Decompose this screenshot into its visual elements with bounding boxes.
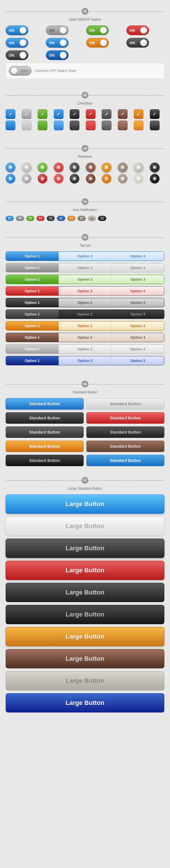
toggle-blue-on-2[interactable]: ON <box>6 38 28 48</box>
checkbox-empty-gray[interactable] <box>22 121 31 130</box>
radio-blue[interactable] <box>6 162 15 172</box>
tab-blue-option3[interactable]: Option 3 <box>112 252 164 260</box>
radio-green[interactable] <box>38 162 47 172</box>
tab-orange-option3[interactable]: Option 3 <box>112 321 164 330</box>
tab-navy-option3[interactable]: Option 3 <box>112 356 164 365</box>
tab-brown-option2[interactable]: Option 2 <box>59 333 111 342</box>
std-button-dark2[interactable]: Standard Button <box>6 427 84 438</box>
radio2-red[interactable] <box>54 174 63 184</box>
checkbox-empty-orange[interactable] <box>134 121 143 130</box>
std-button-darkfull[interactable]: Standard Button <box>6 455 84 466</box>
checkbox-blue[interactable]: ✓ <box>6 109 15 119</box>
tab-dark-option2[interactable]: Option 2 <box>59 298 111 307</box>
tab-dark-option3[interactable]: Option 3 <box>112 298 164 307</box>
radio2-black[interactable] <box>150 174 160 184</box>
checkbox-brown[interactable]: ✓ <box>118 109 128 119</box>
radio-brown[interactable] <box>86 162 95 172</box>
toggle-bluedark-on-1[interactable]: ON <box>46 51 68 60</box>
checkbox-empty-blue2[interactable] <box>54 121 63 130</box>
tab-silver-option3[interactable]: Option 3 <box>112 345 164 353</box>
tab-blue-option1[interactable]: Option 1 <box>6 252 59 260</box>
checkbox-empty-green[interactable] <box>38 121 47 130</box>
tab-gray-option1[interactable]: Option 1 <box>6 264 59 272</box>
radio2-dark[interactable] <box>70 174 79 184</box>
checkbox-green[interactable]: ✓ <box>38 109 47 119</box>
radio2-brown[interactable] <box>86 174 95 184</box>
radio2-orange[interactable] <box>102 174 111 184</box>
tab-red-option1[interactable]: Option 1 <box>6 287 59 296</box>
std-button-bluebig[interactable]: Standard Button <box>86 455 164 466</box>
checkbox-empty-blue[interactable] <box>6 121 15 130</box>
tab-red-option2[interactable]: Option 2 <box>59 287 111 296</box>
tab-silver-option1[interactable]: Option 1 <box>6 345 59 353</box>
std-button-dark[interactable]: Standard Button <box>6 412 84 424</box>
toggle-green-on-1[interactable]: ON <box>86 26 109 35</box>
std-button-orange[interactable]: Standard Button <box>6 441 84 452</box>
large-button-blue[interactable]: Large Button <box>6 494 164 514</box>
checkbox-empty-black[interactable] <box>150 121 160 130</box>
tab-dark-option1[interactable]: Option 1 <box>6 298 59 307</box>
large-button-brown[interactable]: Large Button <box>6 649 164 668</box>
tab-blue-option2[interactable]: Option 2 <box>59 252 111 260</box>
radio2-stone2[interactable] <box>118 174 128 184</box>
tab-gray-option3[interactable]: Option 3 <box>112 264 164 272</box>
std-button-blue[interactable]: Standard Button <box>6 398 84 409</box>
checkbox-empty-dg[interactable] <box>102 121 111 130</box>
radio2-darkred[interactable] <box>38 174 47 184</box>
toggle-dark-on-1[interactable]: ON <box>126 38 149 48</box>
toggle-blue-on-1[interactable]: ON <box>6 26 28 35</box>
checkbox-empty-red[interactable] <box>86 121 95 130</box>
radio2-silver2[interactable] <box>134 174 143 184</box>
tab-dark2-option1[interactable]: Option 1 <box>6 310 59 319</box>
toggle-orange-on-1[interactable]: ON <box>86 38 109 48</box>
checkbox-gray[interactable]: ✓ <box>22 109 31 119</box>
checkbox-black[interactable]: ✓ <box>150 109 160 119</box>
toggle-dark-on-2[interactable]: ON <box>6 51 28 60</box>
checkbox-empty-dark[interactable] <box>70 121 79 130</box>
toggle-blue-on-3[interactable]: ON <box>46 38 68 48</box>
checkbox-orange[interactable]: ✓ <box>134 109 143 119</box>
checkbox-empty-brown[interactable] <box>118 121 128 130</box>
tab-navy-option1[interactable]: Option 1 <box>6 356 59 365</box>
tab-green-option2[interactable]: Option 2 <box>59 275 111 284</box>
large-button-silver[interactable]: Large Button <box>6 671 164 690</box>
large-button-dark3[interactable]: Large Button <box>6 605 164 624</box>
tab-orange-option2[interactable]: Option 2 <box>59 321 111 330</box>
radio2-blue[interactable] <box>6 174 15 184</box>
std-button-gray[interactable]: Standard Button <box>86 398 164 409</box>
tab-silver-option2[interactable]: Option 2 <box>59 345 111 353</box>
large-button-red[interactable]: Large Button <box>6 561 164 580</box>
large-button-dark[interactable]: Large Button <box>6 539 164 558</box>
tab-gray-option2[interactable]: Option 2 <box>59 264 111 272</box>
checkbox-blue2[interactable]: ✓ <box>54 109 63 119</box>
radio-orange[interactable] <box>102 162 111 172</box>
large-button-gray[interactable]: Large Button <box>6 517 164 536</box>
tab-red-option3[interactable]: Option 3 <box>112 287 164 296</box>
radio-black[interactable] <box>150 162 160 172</box>
checkbox-dark[interactable]: ✓ <box>70 109 79 119</box>
checkbox-darkgray[interactable]: ✓ <box>102 109 111 119</box>
checkbox-red[interactable]: ✓ <box>86 109 95 119</box>
std-button-dark3[interactable]: Standard Button <box>86 427 164 438</box>
radio-dark[interactable] <box>70 162 79 172</box>
tab-dark2-option3[interactable]: Option 3 <box>112 310 164 319</box>
radio-stone[interactable] <box>118 162 128 172</box>
tab-orange-option1[interactable]: Option 1 <box>6 321 59 330</box>
large-button-navy[interactable]: Large Button <box>6 693 164 713</box>
std-button-red[interactable]: Standard Button <box>86 412 164 424</box>
tab-green-option1[interactable]: Option 1 <box>6 275 59 284</box>
radio-silver[interactable] <box>134 162 143 172</box>
large-button-dark2[interactable]: Large Button <box>6 583 164 602</box>
tab-green-option3[interactable]: Option 3 <box>112 275 164 284</box>
tab-dark2-option2[interactable]: Option 2 <box>59 310 111 319</box>
radio-gray[interactable] <box>22 162 31 172</box>
large-button-orange[interactable]: Large Button <box>6 627 164 646</box>
radio-red[interactable] <box>54 162 63 172</box>
toggle-red-on-1[interactable]: ON <box>126 26 149 35</box>
std-button-brown[interactable]: Standard Button <box>86 441 164 452</box>
tab-brown-option1[interactable]: Option 1 <box>6 333 59 342</box>
toggle-off-example[interactable]: OFF <box>9 66 31 75</box>
tab-brown-option3[interactable]: Option 3 <box>112 333 164 342</box>
radio2-gray[interactable] <box>22 174 31 184</box>
toggle-gray-on-1[interactable]: ON <box>46 26 68 35</box>
